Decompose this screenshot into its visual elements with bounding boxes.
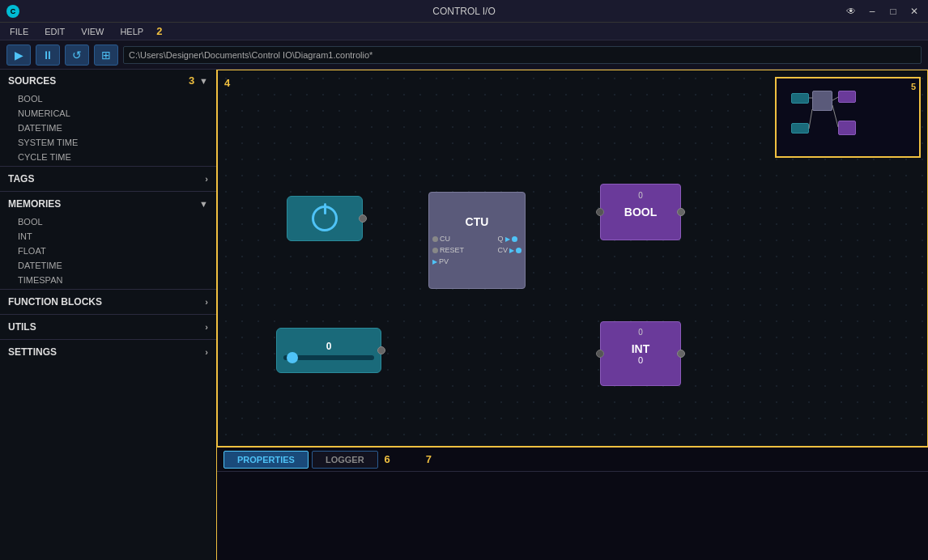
int-output-connector[interactable] [677,350,685,358]
ctu-node[interactable]: CTU CU RESET ▶ PV [428,192,526,289]
sidebar-item-system-time[interactable]: SYSTEM TIME [0,135,216,150]
bool-input-connector[interactable] [596,208,604,216]
bottom-tabs: PROPERTIES LOGGER 6 7 [217,448,928,472]
canvas-region-num: 4 [224,77,230,89]
minimap-region-num: 5 [911,82,916,91]
sidebar-item-timespan-memory[interactable]: TIMESPAN [0,273,216,287]
reset-dot[interactable] [432,248,438,253]
ctu-port-cu: CU [432,235,464,243]
q-dot[interactable] [512,236,517,242]
memories-section[interactable]: MEMORIES ▼ [0,193,216,214]
ctu-port-q: Q ▶ [497,235,521,243]
function-blocks-chevron-right: › [205,297,208,307]
slider-value: 0 [326,341,332,352]
divider-4 [0,314,216,315]
slider-thumb[interactable] [287,352,298,363]
int-value-top: 0 [638,328,643,337]
bottom-num-6: 6 [385,453,390,465]
function-blocks-label: FUNCTION BLOCKS [8,296,102,308]
sources-section[interactable]: SOURCES 3 ▼ [0,70,216,91]
properties-tab[interactable]: PROPERTIES [223,451,309,469]
sidebar-item-bool-memory[interactable]: BOOL [0,214,216,229]
pause-button[interactable]: ⏸ [36,45,60,66]
ctu-title: CTU [466,215,489,228]
int-label: INT [632,342,650,355]
sidebar-item-numerical[interactable]: NUMERICAL [0,106,216,121]
eye-button[interactable]: 👁 [844,6,858,17]
cv-dot[interactable] [516,248,521,253]
menu-bar: FILE EDIT VIEW HELP 2 [0,23,928,40]
sidebar-item-cycle-time[interactable]: CYCLE TIME [0,150,216,164]
logger-tab[interactable]: LOGGER [312,451,378,469]
wires-svg [218,70,461,192]
reset-button[interactable]: ↺ [65,45,89,66]
slider-track[interactable] [283,355,374,360]
sidebar: SOURCES 3 ▼ BOOL NUMERICAL DATETIME SYST… [0,70,217,560]
window-controls: 👁 – □ ✕ [844,6,922,17]
tags-section[interactable]: TAGS › [0,168,216,189]
pv-arrow: ▶ [432,258,437,265]
q-arrow: ▶ [505,235,510,243]
maximize-button[interactable]: □ [886,6,900,17]
power-node[interactable] [287,196,363,241]
menu-edit[interactable]: EDIT [38,25,71,38]
ctu-right-ports: Q ▶ CV ▶ [497,235,521,254]
slider-node[interactable]: 0 [276,328,381,373]
bool-node[interactable]: 0 BOOL [600,184,681,240]
int-node[interactable]: 0 INT 0 [600,321,681,386]
divider-1 [0,166,216,167]
app-icon: C [6,5,19,18]
region-1-label: 2 [156,25,162,37]
bool-value-top: 0 [638,191,643,200]
memories-label: MEMORIES [8,198,61,210]
divider-5 [0,339,216,340]
toolbar: ▶ ⏸ ↺ ⊞ C:\Users\Designer\Documents\Cont… [0,40,928,70]
filepath-text: C:\Users\Designer\Documents\Control IO\D… [129,50,372,60]
bool-label: BOOL [624,206,657,218]
menu-view[interactable]: VIEW [74,25,110,38]
slider-output-connector[interactable] [377,346,385,354]
sources-chevron-down: ▼ [199,76,208,86]
bottom-num-7: 7 [426,453,432,465]
bottom-panel: PROPERTIES LOGGER 6 7 [217,447,928,560]
ctu-left-ports: CU RESET ▶ PV [432,235,464,265]
ctu-port-cv: CV ▶ [497,246,521,254]
settings-section[interactable]: SETTINGS › [0,342,216,363]
ctu-port-reset: RESET [432,246,464,254]
close-button[interactable]: ✕ [907,6,922,17]
power-icon [312,206,338,231]
function-blocks-section[interactable]: FUNCTION BLOCKS › [0,291,216,312]
expand-button[interactable]: ⊞ [94,45,118,66]
tags-label: TAGS [8,173,34,185]
title-text: CONTROL I/O [432,6,496,17]
mini-map: 5 [775,77,921,158]
power-output-connector[interactable] [359,214,367,223]
sidebar-item-float-memory[interactable]: FLOAT [0,244,216,258]
sidebar-item-datetime-memory[interactable]: DATETIME [0,258,216,273]
minimize-button[interactable]: – [865,6,879,17]
play-button[interactable]: ▶ [6,45,31,66]
cu-dot[interactable] [432,236,438,242]
utils-section[interactable]: UTILS › [0,316,216,337]
minimap-wires [777,78,919,156]
divider-3 [0,289,216,290]
menu-file[interactable]: FILE [3,25,35,38]
int-value: 0 [638,355,643,365]
sidebar-item-bool-source[interactable]: BOOL [0,91,216,106]
bottom-content [217,472,928,485]
sidebar-region-num: 3 [189,74,194,87]
tags-chevron-right: › [205,174,208,184]
bool-output-connector[interactable] [677,208,685,216]
sidebar-item-int-memory[interactable]: INT [0,229,216,244]
int-input-connector[interactable] [596,350,604,358]
settings-label: SETTINGS [8,346,57,358]
canvas-area[interactable]: 4 0 [217,70,928,447]
sources-label: SOURCES [8,75,56,87]
ctu-ports: CU RESET ▶ PV Q [429,235,525,265]
divider-2 [0,191,216,192]
cv-arrow: ▶ [509,247,514,254]
ctu-port-pv: ▶ PV [432,257,464,265]
sidebar-item-datetime-source[interactable]: DATETIME [0,121,216,135]
menu-help[interactable]: HELP [113,25,150,38]
memories-chevron-down: ▼ [199,199,208,209]
